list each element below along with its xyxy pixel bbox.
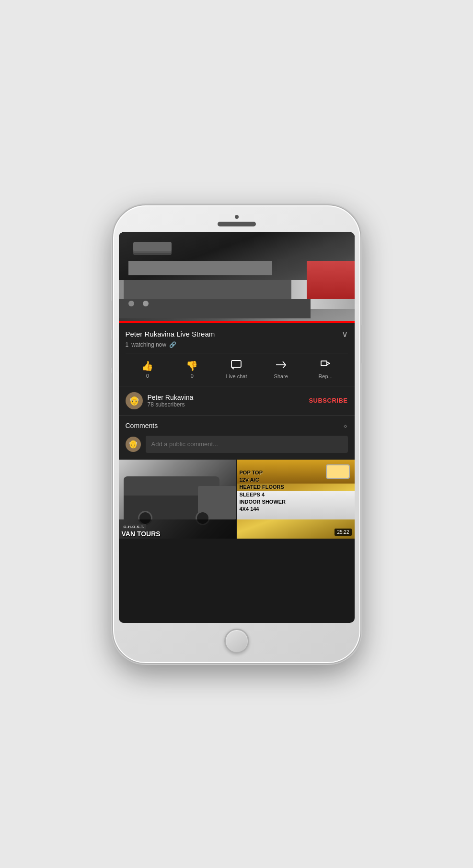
svg-rect-1 — [321, 361, 327, 366]
video-thumbnail — [119, 232, 355, 323]
comments-title: Comments — [126, 422, 158, 429]
title-row: Peter Rukavina Live Stream ∨ — [126, 329, 348, 339]
like-count: 0 — [146, 373, 149, 379]
channel-info: Peter Rukavina 78 subscribers — [148, 394, 309, 408]
recommended-section: G.H.O.S.T. VAN TOURS — [119, 460, 355, 623]
dislike-button[interactable]: 👎 0 — [170, 357, 214, 382]
subscribe-button[interactable]: SUBSCRIBE — [309, 397, 347, 404]
svg-rect-0 — [231, 361, 241, 367]
report-label: Rep... — [318, 373, 332, 379]
phone-top-bezel — [218, 215, 256, 226]
video-player[interactable] — [119, 232, 355, 323]
home-button[interactable] — [224, 629, 249, 654]
van-tours-label: VAN TOURS — [122, 530, 233, 538]
speaker-bar — [218, 222, 256, 226]
video-title: Peter Rukavina Live Stream — [126, 330, 338, 338]
camera-dot — [235, 215, 239, 219]
comments-header: Comments ⬦ — [119, 416, 355, 436]
pop-top-thumbnail: POP TOP12V A/CHEATED FLOORSSLEEPS 4INDOO… — [237, 460, 355, 539]
sort-icon[interactable]: ⬦ — [343, 421, 348, 430]
share-label: Share — [274, 373, 288, 379]
thumbs-up-icon: 👍 — [141, 360, 153, 372]
link-icon[interactable]: 🔗 — [169, 341, 176, 348]
channel-subscribers: 78 subscribers — [148, 401, 309, 408]
watching-row: 1 watching now 🔗 — [126, 341, 348, 348]
comment-input[interactable] — [146, 436, 348, 453]
chat-icon — [231, 360, 242, 372]
channel-row: 👴 Peter Rukavina 78 subscribers SUBSCRIB… — [119, 386, 355, 415]
phone-screen: Peter Rukavina Live Stream ∨ 1 watching … — [119, 232, 355, 623]
watching-label: watching now — [131, 341, 166, 348]
phone-frame: Peter Rukavina Live Stream ∨ 1 watching … — [112, 204, 361, 664]
recommended-video-pop-top[interactable]: POP TOP12V A/CHEATED FLOORSSLEEPS 4INDOO… — [237, 460, 355, 539]
report-button[interactable]: Rep... — [303, 357, 348, 382]
live-chat-button[interactable]: Live chat — [214, 357, 259, 382]
commenter-avatar: 👴 — [126, 437, 141, 452]
pop-top-text: POP TOP12V A/CHEATED FLOORSSLEEPS 4INDOO… — [240, 469, 286, 513]
share-icon — [276, 360, 286, 372]
live-chat-label: Live chat — [226, 373, 247, 379]
comments-section: Comments ⬦ 👴 — [119, 415, 355, 460]
chevron-down-icon[interactable]: ∨ — [342, 329, 348, 339]
comment-input-row: 👴 — [119, 436, 355, 460]
dislike-count: 0 — [191, 373, 194, 379]
like-button[interactable]: 👍 0 — [126, 357, 170, 382]
channel-avatar[interactable]: 👴 — [126, 392, 143, 409]
thumbs-down-icon: 👎 — [186, 360, 198, 372]
recommended-video-van-tours[interactable]: G.H.O.S.T. VAN TOURS — [119, 460, 236, 539]
watching-count: 1 — [126, 341, 129, 348]
ghost-badge: G.H.O.S.T. — [122, 524, 147, 530]
report-icon — [321, 360, 330, 372]
channel-name: Peter Rukavina — [148, 394, 309, 401]
actions-row: 👍 0 👎 0 Live chat — [126, 353, 348, 386]
van-tours-thumbnail: G.H.O.S.T. VAN TOURS — [119, 460, 236, 539]
video-details-section: Peter Rukavina Live Stream ∨ 1 watching … — [119, 323, 355, 386]
share-button[interactable]: Share — [259, 357, 303, 382]
video-duration: 25:22 — [335, 529, 351, 536]
